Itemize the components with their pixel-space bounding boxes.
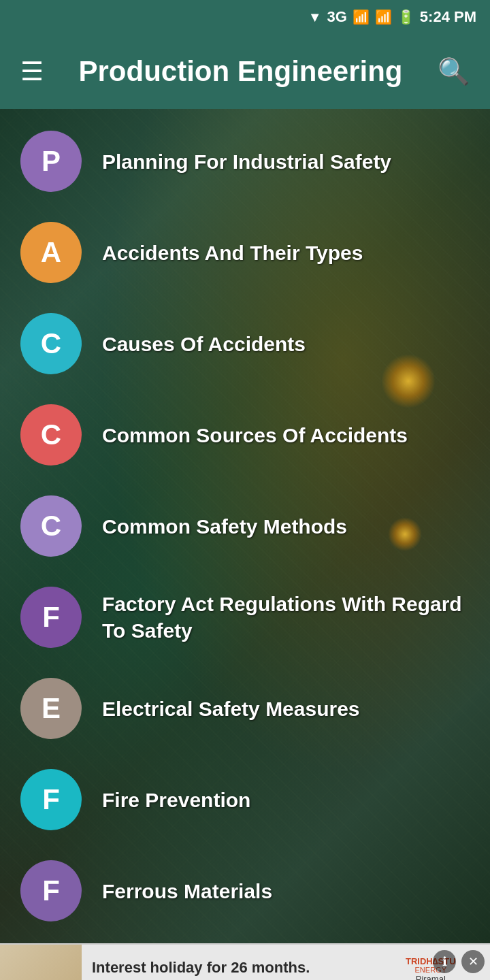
item-label: Factory Act Regulations With Regard To S… xyxy=(102,591,470,644)
avatar-circle: F xyxy=(20,769,82,830)
avatar-letter: C xyxy=(41,510,61,542)
avatar-circle: C xyxy=(20,313,82,374)
item-label: Common Safety Methods xyxy=(102,513,470,540)
topic-list: P Planning For Industrial Safety A Accid… xyxy=(0,109,490,943)
menu-button[interactable]: ☰ xyxy=(20,56,44,86)
ad-logo-partner: Piramal xyxy=(416,974,446,980)
ad-close-button[interactable]: ✕ xyxy=(461,950,485,973)
ad-info-button[interactable]: ℹ xyxy=(433,950,456,973)
avatar-letter: F xyxy=(42,783,60,816)
ad-banner: Ad Image Interest holiday for 26 months.… xyxy=(0,943,490,980)
ad-headline: Interest holiday for 26 months. xyxy=(92,959,361,977)
item-label: Electrical Safety Measures xyxy=(102,696,470,722)
list-item[interactable]: F Factory Act Regulations With Regard To… xyxy=(0,572,490,663)
sim-icon: 📶 xyxy=(375,9,392,25)
avatar-circle: E xyxy=(20,678,82,739)
list-item[interactable]: A Accidents And Their Types xyxy=(0,207,490,298)
list-item[interactable]: P Planning For Industrial Safety xyxy=(0,116,490,207)
signal-bars-icon: 📶 xyxy=(353,9,370,25)
item-label: Fire Prevention xyxy=(102,787,470,813)
time-display: 5:24 PM xyxy=(420,8,476,26)
item-label: Ferrous Materials xyxy=(102,878,470,904)
wifi-icon: ▼ xyxy=(308,10,322,25)
avatar-circle: C xyxy=(20,495,82,557)
avatar-circle: F xyxy=(20,860,82,921)
search-button[interactable]: 🔍 xyxy=(438,56,470,86)
item-label: Planning For Industrial Safety xyxy=(102,148,470,175)
avatar-letter: F xyxy=(42,875,60,907)
item-label: Causes Of Accidents xyxy=(102,331,470,357)
avatar-circle: C xyxy=(20,404,82,466)
list-item[interactable]: C Common Sources Of Accidents xyxy=(0,389,490,480)
avatar-letter: E xyxy=(42,692,61,725)
avatar-letter: A xyxy=(41,236,61,269)
avatar-circle: P xyxy=(20,131,82,192)
avatar-letter: F xyxy=(42,601,60,634)
ad-image: Ad Image xyxy=(0,944,82,980)
avatar-circle: F xyxy=(20,587,82,648)
item-label: Common Sources Of Accidents xyxy=(102,422,470,448)
status-bar: ▼ 3G 📶 📶 🔋 5:24 PM xyxy=(0,0,490,34)
avatar-letter: C xyxy=(41,327,61,360)
list-item[interactable]: C Causes Of Accidents xyxy=(0,298,490,389)
close-icon: ✕ xyxy=(468,954,478,969)
app-bar: ☰ Production Engineering 🔍 xyxy=(0,34,490,109)
app-title: Production Engineering xyxy=(44,55,438,88)
avatar-letter: C xyxy=(41,419,61,451)
signal-label: 3G xyxy=(327,8,346,26)
battery-icon: 🔋 xyxy=(397,9,414,25)
main-content: P Planning For Industrial Safety A Accid… xyxy=(0,109,490,943)
avatar-letter: P xyxy=(42,145,61,178)
info-icon: ℹ xyxy=(442,954,447,969)
list-item[interactable]: E Electrical Safety Measures xyxy=(0,663,490,754)
ad-content-area: Interest holiday for 26 months. Tridhast… xyxy=(82,953,372,980)
avatar-circle: A xyxy=(20,222,82,283)
list-item[interactable]: F Ferrous Materials xyxy=(0,845,490,936)
list-item[interactable]: C Common Safety Methods xyxy=(0,480,490,572)
item-label: Accidents And Their Types xyxy=(102,240,470,266)
list-item[interactable]: F Fire Prevention xyxy=(0,754,490,845)
